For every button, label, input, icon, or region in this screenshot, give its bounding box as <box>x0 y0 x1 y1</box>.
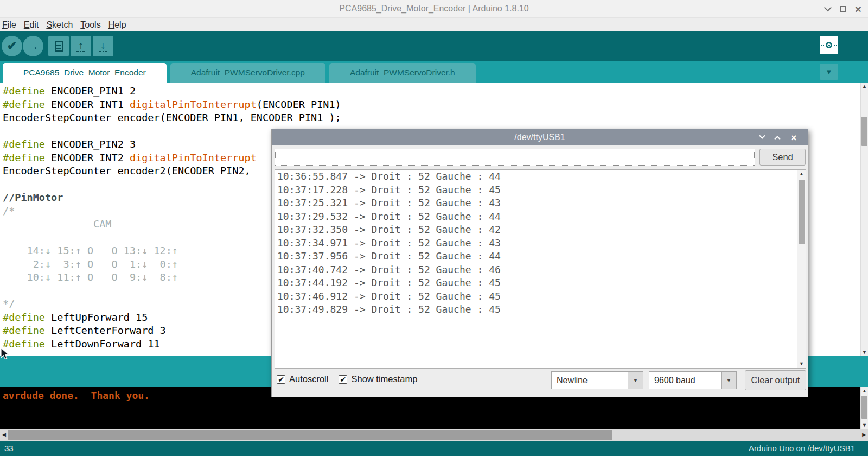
tab-label: Adafruit_PWMServoDriver.h <box>350 68 455 78</box>
tab-bar: PCA9685_Drive_Motor_Encoder Adafruit_PWM… <box>0 61 868 83</box>
horizontal-scrollbar[interactable]: ◀ ▶ <box>0 429 868 441</box>
serial-output-line: 10:37:46.912 -> Droit : 52 Gauche : 45 <box>275 290 806 303</box>
status-bar: 33 Arduino Uno on /dev/ttyUSB1 <box>0 441 868 456</box>
show-timestamp-checkbox[interactable]: ✔ <box>339 375 347 384</box>
serial-maximize-button[interactable] <box>771 129 784 145</box>
menu-item[interactable]: Help <box>108 20 126 30</box>
arduino-ide-window: PCA9685_Drive_Motor_Encoder | Arduino 1.… <box>0 0 868 456</box>
minimize-button[interactable] <box>821 0 835 18</box>
serial-input-field[interactable] <box>275 149 755 166</box>
document-icon <box>55 41 63 52</box>
tab-list-button[interactable]: ▼ <box>820 64 838 80</box>
serial-output-line: 10:37:25.321 -> Droit : 52 Gauche : 43 <box>275 197 806 210</box>
scroll-down-arrow[interactable]: ▼ <box>861 349 868 356</box>
send-button[interactable]: Send <box>760 149 806 166</box>
maximize-icon <box>840 6 846 12</box>
tab-label: PCA9685_Drive_Motor_Encoder <box>23 68 146 78</box>
horizontal-scrollbar-thumb[interactable] <box>8 430 612 440</box>
serial-close-button[interactable]: × <box>787 129 800 145</box>
dropdown-arrow-icon: ▼ <box>628 372 643 389</box>
serial-scrollbar-thumb[interactable] <box>799 180 805 244</box>
serial-monitor-window: /dev/ttyUSB1 × Send 10:36:55.847 -> Droi… <box>271 129 808 397</box>
down-arrow-icon: ↓ <box>100 40 106 50</box>
clear-output-button[interactable]: Clear output <box>745 370 806 390</box>
board-port-info: Arduino Uno on /dev/ttyUSB1 <box>749 444 855 453</box>
close-icon: × <box>790 132 796 143</box>
editor-scrollbar-thumb[interactable] <box>861 117 867 146</box>
chevron-down-icon <box>759 133 765 139</box>
dropdown-arrow-icon: ▼ <box>721 372 736 389</box>
serial-output-line: 10:36:55.847 -> Droit : 52 Gauche : 44 <box>275 170 806 183</box>
close-button[interactable]: × <box>851 0 865 18</box>
serial-output-area[interactable]: 10:36:55.847 -> Droit : 52 Gauche : 4410… <box>275 169 806 369</box>
mouse-cursor <box>0 347 11 360</box>
line-ending-select[interactable]: Newline ▼ <box>551 371 643 389</box>
upload-button[interactable]: → <box>23 36 43 56</box>
toolbar: ✔ → ↑ ↓ <box>0 31 868 61</box>
scroll-left-arrow[interactable]: ◀ <box>0 429 8 441</box>
serial-output-line: 10:37:17.228 -> Droit : 52 Gauche : 45 <box>275 183 806 197</box>
console-scrollbar[interactable]: ▲ ▼ <box>860 387 868 429</box>
serial-title-bar: /dev/ttyUSB1 × <box>272 129 808 145</box>
line-ending-value: Newline <box>552 376 628 385</box>
sketch-tab[interactable]: Adafruit_PWMServoDriver.cpp <box>170 63 326 83</box>
menu-item[interactable]: Tools <box>80 20 100 30</box>
maximize-button[interactable] <box>836 0 850 18</box>
code-line: #define ENCODER_INT1 digitalPinToInterru… <box>3 98 860 112</box>
line-number: 33 <box>4 444 14 453</box>
right-arrow-icon: → <box>27 40 39 52</box>
check-icon: ✔ <box>340 376 347 383</box>
dotted-line-icon <box>99 51 107 52</box>
baud-rate-select[interactable]: 9600 baud ▼ <box>649 371 737 389</box>
scroll-right-arrow[interactable]: ▶ <box>860 429 868 441</box>
check-icon: ✔ <box>278 376 284 383</box>
console-scrollbar-thumb[interactable] <box>861 396 867 419</box>
new-sketch-button[interactable] <box>48 36 69 56</box>
serial-window-title: /dev/ttyUSB1 <box>272 132 808 142</box>
baud-rate-value: 9600 baud <box>649 376 721 385</box>
save-sketch-button[interactable]: ↓ <box>93 36 113 56</box>
serial-output-line: 10:37:40.742 -> Droit : 52 Gauche : 46 <box>275 263 806 277</box>
serial-monitor-button[interactable] <box>820 36 838 54</box>
scroll-down-arrow[interactable]: ▼ <box>861 421 868 429</box>
serial-output-line: 10:37:44.192 -> Droit : 52 Gauche : 45 <box>275 276 806 290</box>
close-icon: × <box>855 3 861 15</box>
title-bar: PCA9685_Drive_Motor_Encoder | Arduino 1.… <box>0 0 868 18</box>
serial-output-line: 10:37:29.532 -> Droit : 52 Gauche : 44 <box>275 210 806 224</box>
serial-output-line: 10:37:49.829 -> Droit : 52 Gauche : 45 <box>275 303 806 316</box>
serial-minimize-button[interactable] <box>756 129 769 145</box>
autoscroll-label: Autoscroll <box>289 374 328 384</box>
tab-label: Adafruit_PWMServoDriver.cpp <box>191 68 305 78</box>
chevron-down-icon: ▼ <box>826 68 833 76</box>
serial-output-lines: 10:36:55.847 -> Droit : 52 Gauche : 4410… <box>275 170 806 316</box>
menu-bar: FileEditSketchToolsHelp <box>0 18 868 31</box>
up-arrow-icon: ↑ <box>78 40 84 50</box>
open-sketch-button[interactable]: ↑ <box>71 36 91 56</box>
scroll-up-arrow[interactable]: ▲ <box>797 170 806 178</box>
magnifier-icon <box>825 41 833 49</box>
send-button-label: Send <box>772 152 793 162</box>
serial-output-line: 10:37:37.956 -> Droit : 52 Gauche : 44 <box>275 250 806 263</box>
scroll-down-arrow[interactable]: ▼ <box>797 360 806 368</box>
serial-output-line: 10:37:32.350 -> Droit : 52 Gauche : 42 <box>275 223 806 237</box>
editor-scrollbar[interactable]: ▲ ▼ <box>860 83 868 356</box>
code-line: EncoderStepCounter encoder(ENCODER_PIN1,… <box>3 111 860 125</box>
dotted-line-icon <box>76 51 85 52</box>
scroll-up-arrow[interactable]: ▲ <box>861 387 868 395</box>
autoscroll-checkbox[interactable]: ✔ <box>277 375 285 384</box>
clear-output-label: Clear output <box>751 375 800 385</box>
sketch-tab[interactable]: PCA9685_Drive_Motor_Encoder <box>3 63 167 83</box>
checkmark-icon: ✔ <box>7 40 17 52</box>
console-message: avrdude done. Thank you. <box>3 390 150 401</box>
code-line: #define ENCODER_PIN1 2 <box>3 85 860 98</box>
show-timestamp-label: Show timestamp <box>351 374 417 384</box>
serial-controls-bar: ✔ Autoscroll ✔ Show timestamp Newline ▼ … <box>272 369 808 398</box>
verify-button[interactable]: ✔ <box>2 36 22 56</box>
menu-item[interactable]: Sketch <box>46 20 73 30</box>
chevron-up-icon <box>774 136 780 142</box>
menu-item[interactable]: Edit <box>24 20 39 30</box>
serial-output-scrollbar[interactable]: ▲ ▼ <box>797 170 806 368</box>
scroll-up-arrow[interactable]: ▲ <box>861 83 868 90</box>
menu-item[interactable]: File <box>2 20 16 30</box>
sketch-tab[interactable]: Adafruit_PWMServoDriver.h <box>329 63 476 83</box>
